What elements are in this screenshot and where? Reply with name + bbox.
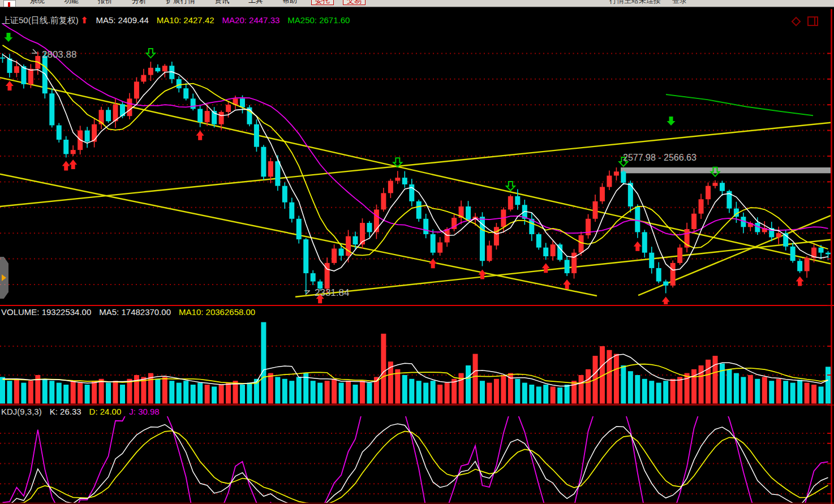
panel-borders: [0, 9, 834, 504]
menu-right-items: 行情主站未连接登录: [604, 0, 693, 7]
volume-ma10-line: [3, 364, 828, 384]
sell-arrow-icon: [667, 117, 676, 126]
kdj-j-readout: J: 30.98: [129, 407, 159, 416]
symbol-title: 上证50(日线.前复权): [2, 15, 79, 25]
ma5-line: [3, 54, 828, 271]
menu-item-4[interactable]: 扩展行情: [166, 0, 195, 5]
buy-arrow-icon: [429, 259, 437, 268]
sidebar-expand-tab[interactable]: [0, 257, 8, 299]
menu-item-1[interactable]: 功能: [64, 0, 79, 5]
ma10-readout: MA10: 2427.42: [157, 15, 214, 25]
sell-arrow-icon: [147, 49, 155, 58]
diamond-icon[interactable]: [792, 16, 801, 26]
menu-item-0[interactable]: 系统: [30, 0, 45, 5]
volume-ma5-line: [3, 354, 828, 386]
menu-hot-item-1[interactable]: 交易: [343, 0, 366, 5]
menu-bar: 系统功能报价分析扩展行情资讯工具帮助 委托交易 行情主站未连接登录: [0, 0, 834, 8]
buy-arrow-icon: [69, 160, 77, 169]
volume-readout: VOLUME: 19322534.00: [1, 307, 91, 317]
split-window-icon[interactable]: [807, 16, 818, 26]
menu-hot-items: 委托交易: [307, 0, 370, 6]
sell-arrow-icon: [506, 182, 515, 191]
kdj-header: KDJ(9,3,3)K: 26.33D: 24.00J: 30.98: [1, 407, 167, 416]
menu-item-3[interactable]: 分析: [132, 0, 147, 5]
kdj-name: KDJ(9,3,3): [1, 407, 42, 416]
buy-arrow-icon: [6, 81, 14, 91]
buy-arrow-icon: [62, 161, 70, 170]
volume-ma10-readout: MA10: 20362658.00: [179, 307, 255, 317]
chart-canvas[interactable]: 2803.882331.842577.98 - 2566.63: [0, 0, 834, 504]
svg-text:2331.84: 2331.84: [315, 287, 349, 298]
chart-corner-controls: [793, 16, 818, 26]
menu-item-6[interactable]: 工具: [248, 0, 263, 5]
ma5-readout: MA5: 2409.44: [96, 15, 148, 25]
expand-arrow-icon: [2, 274, 6, 281]
app-icon[interactable]: [3, 0, 16, 8]
gridlines: [0, 53, 829, 494]
kdj-d-readout: D: 24.00: [89, 407, 122, 416]
resistance-zone-bar: [621, 167, 831, 173]
main-price-panel[interactable]: [0, 24, 834, 306]
buy-arrow-icon: [542, 263, 550, 273]
ma20-line: [3, 24, 828, 235]
buy-arrow-icon: [563, 279, 571, 289]
main-chart-header: 上证50(日线.前复权)⬆MA5: 2409.44MA10: 2427.42MA…: [2, 15, 358, 26]
menu-item-5[interactable]: 资讯: [214, 0, 229, 5]
buy-arrow-icon: [196, 131, 204, 140]
sell-arrow-icon: [5, 33, 13, 42]
menu-right-item-1[interactable]: 登录: [672, 0, 687, 5]
svg-text:2577.98 - 2566.63: 2577.98 - 2566.63: [623, 153, 697, 162]
menu-items: 系统功能报价分析扩展行情资讯工具帮助: [20, 0, 307, 6]
buy-arrow-icon: [662, 296, 670, 306]
up-arrow-icon: ⬆: [81, 15, 88, 25]
kdj-k-line: [3, 424, 828, 504]
kdj-k-readout: K: 26.33: [50, 407, 81, 416]
menu-item-2[interactable]: 报价: [98, 0, 113, 5]
buy-arrow-icon: [634, 242, 642, 251]
ma250-readout: MA250: 2671.60: [287, 15, 350, 25]
ma20-readout: MA20: 2447.33: [222, 15, 280, 25]
menu-item-7[interactable]: 帮助: [282, 0, 297, 5]
menu-right-item-0[interactable]: 行情主站未连接: [609, 0, 661, 5]
volume-header: VOLUME: 19322534.00MA5: 17482370.00MA10:…: [1, 307, 263, 317]
price-annotations: 2803.882331.842577.98 - 2566.63: [32, 49, 697, 298]
volume-panel[interactable]: [0, 322, 831, 404]
tdx-app-window: 系统功能报价分析扩展行情资讯工具帮助 委托交易 行情主站未连接登录 2803.8…: [0, 0, 834, 504]
svg-text:2803.88: 2803.88: [42, 49, 76, 60]
menu-hot-item-0[interactable]: 委托: [311, 0, 334, 5]
volume-ma5-readout: MA5: 17482370.00: [99, 307, 171, 317]
